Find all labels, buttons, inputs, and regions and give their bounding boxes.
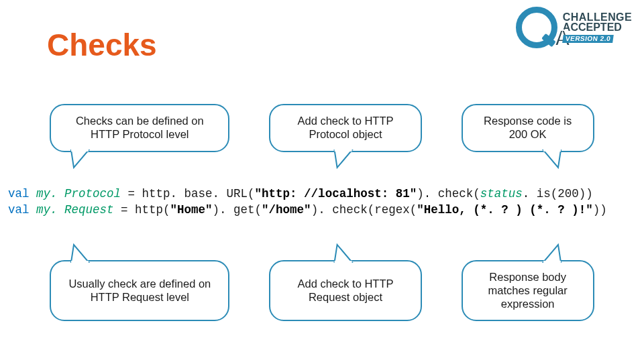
qa-challenge-logo: A CHALLENGE ACCEPTED VERSION 2.0 bbox=[516, 7, 632, 48]
logo-line1: CHALLENGE bbox=[563, 12, 632, 22]
bubble-text: Checks can be defined on HTTP Protocol l… bbox=[66, 115, 213, 141]
bubble-request-check: Add check to HTTP Request object bbox=[269, 260, 422, 321]
logo-q-icon bbox=[516, 7, 557, 48]
bottom-bubble-row: Usually check are defined on HTTP Reques… bbox=[0, 260, 644, 321]
code-keyword: val bbox=[8, 203, 30, 217]
code-text: = http. base. URL( bbox=[121, 187, 255, 200]
code-var: my. Protocol bbox=[36, 187, 121, 200]
bubble-protocol-check: Add check to HTTP Protocol object bbox=[269, 104, 422, 152]
bubble-text: Add check to HTTP Request object bbox=[285, 278, 406, 304]
bubble-text: Usually check are defined on HTTP Reques… bbox=[66, 278, 213, 304]
bubble-text: Add check to HTTP Protocol object bbox=[285, 115, 406, 141]
code-var: my. Request bbox=[36, 203, 114, 217]
code-string: "Hello, (*. ? ) (*. ? )!" bbox=[417, 203, 593, 217]
bubble-text: Response code is 200 OK bbox=[478, 115, 578, 141]
speech-tail-icon bbox=[68, 243, 91, 263]
code-string: "Home" bbox=[170, 203, 213, 217]
speech-tail-icon bbox=[332, 243, 355, 263]
bubble-text: Response body matches regular expression bbox=[478, 271, 578, 310]
slide-title: Checks bbox=[47, 27, 157, 63]
speech-tail-icon bbox=[541, 243, 564, 263]
speech-tail-icon bbox=[332, 149, 355, 169]
code-var: status bbox=[480, 187, 523, 200]
code-keyword: val bbox=[8, 187, 30, 200]
code-string: "/home" bbox=[262, 203, 311, 217]
bubble-request-level: Usually check are defined on HTTP Reques… bbox=[50, 260, 229, 321]
logo-text: CHALLENGE ACCEPTED VERSION 2.0 bbox=[563, 12, 632, 43]
code-text: = http( bbox=[114, 203, 170, 217]
code-text: . is(200)) bbox=[523, 187, 593, 200]
bubble-response-200: Response code is 200 OK bbox=[462, 104, 594, 152]
code-block: val my. Protocol = http. base. URL("http… bbox=[8, 186, 636, 218]
speech-tail-icon bbox=[68, 149, 91, 169]
logo-version-badge: VERSION 2.0 bbox=[562, 35, 614, 43]
bubble-response-body: Response body matches regular expression bbox=[462, 260, 594, 321]
code-text: ). get( bbox=[213, 203, 262, 217]
logo-line2: ACCEPTED bbox=[563, 22, 632, 32]
code-text: )) bbox=[593, 203, 607, 217]
bubble-protocol-level: Checks can be defined on HTTP Protocol l… bbox=[50, 104, 229, 152]
code-string: "http: //localhost: 81" bbox=[255, 187, 417, 200]
speech-tail-icon bbox=[541, 149, 564, 169]
top-bubble-row: Checks can be defined on HTTP Protocol l… bbox=[0, 104, 644, 152]
code-text: ). check(regex( bbox=[311, 203, 417, 217]
code-text: ). check( bbox=[417, 187, 480, 200]
